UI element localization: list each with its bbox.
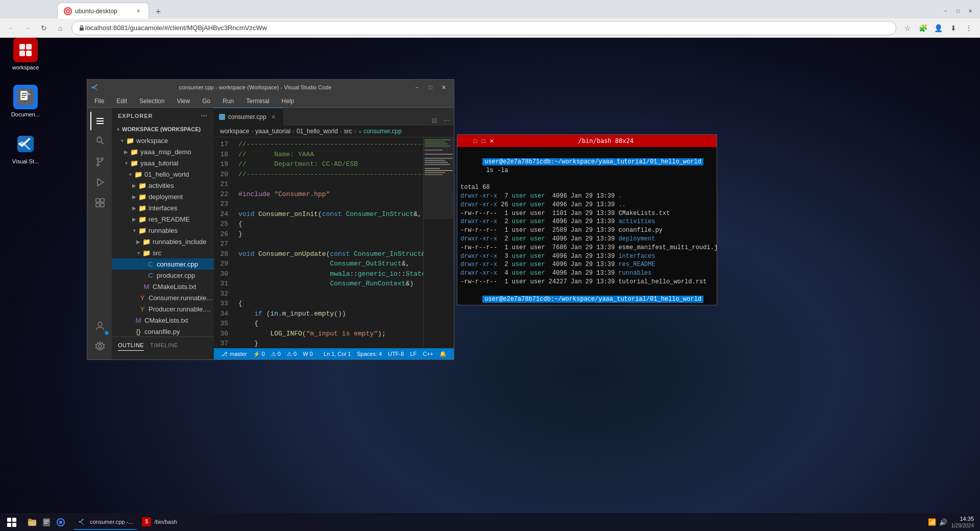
tab-close-button[interactable]: ✕ — [134, 7, 142, 15]
menu-selection[interactable]: Selection — [136, 96, 167, 106]
explorer-header-actions[interactable]: ⋯ — [201, 112, 208, 119]
tree-yaaa-tutorial[interactable]: ▾ 📁 yaaa_tutorial — [112, 157, 214, 168]
terminal-window-controls[interactable]: □ □ ✕ — [472, 137, 495, 144]
tree-producer-cpp[interactable]: ▶ C producer.cpp — [112, 270, 214, 281]
menu-go[interactable]: Go — [199, 96, 213, 106]
menu-edit[interactable]: Edit — [113, 96, 130, 106]
timeline-tab[interactable]: TIMELINE — [150, 340, 178, 350]
status-git-branch[interactable]: ⎇ master — [218, 348, 250, 359]
new-tab-button[interactable]: + — [151, 5, 165, 19]
menu-terminal[interactable]: Terminal — [243, 96, 272, 106]
desktop-icon-documents[interactable]: Documen... — [9, 83, 42, 119]
tree-consumer-cpp[interactable]: ▶ C consumer.cpp — [112, 258, 214, 270]
tree-cmake-tutorial[interactable]: ▶ M CMakeLists.txt — [112, 315, 214, 326]
tree-producer-yaml[interactable]: ▶ Y Producer.runnable.yaml — [112, 303, 214, 315]
address-bar-container[interactable] — [71, 21, 896, 35]
tree-conanfile[interactable]: ▶ {} conanfile.py — [112, 326, 214, 336]
status-encoding[interactable]: UTF-8 — [385, 351, 407, 357]
taskbar-clock[interactable]: 14:35 1/29/2024 — [951, 515, 974, 529]
code-line-35: { — [238, 319, 419, 329]
split-editor-button[interactable]: ⊡ — [429, 115, 439, 126]
activity-settings[interactable] — [90, 337, 109, 355]
activity-extensions[interactable] — [90, 194, 109, 212]
more-actions-button[interactable]: ⋯ — [442, 115, 452, 126]
activity-explorer[interactable] — [90, 112, 109, 130]
breadcrumb-workspace[interactable]: workspace — [220, 128, 249, 135]
terminal-maximize[interactable]: □ — [480, 137, 487, 144]
status-spaces[interactable]: Spaces: 4 — [354, 351, 385, 357]
status-info[interactable]: ⚠ 0 — [284, 348, 300, 359]
svg-rect-1 — [19, 44, 25, 50]
desktop-icon-vscode[interactable]: Visual St... — [10, 130, 41, 166]
browser-tab[interactable]: ubuntu-desktop ✕ — [57, 3, 149, 19]
profile-button[interactable]: 👤 — [931, 21, 945, 35]
maximize-button[interactable]: □ — [952, 5, 964, 16]
activity-accounts[interactable]: ! — [90, 317, 109, 335]
taskbar-network-icon[interactable]: 📶 — [928, 518, 936, 526]
tree-cmake-runnables[interactable]: ▶ M CMakeLists.txt — [112, 281, 214, 292]
downloads-button[interactable]: ⬇ — [946, 21, 961, 35]
taskbar-volume-icon[interactable]: 🔊 — [939, 518, 947, 526]
vscode-close[interactable]: ✕ — [437, 83, 450, 92]
taskbar-text-editor[interactable] — [40, 516, 53, 529]
taskbar-terminal-item[interactable]: $ /bin/bash — [138, 515, 181, 530]
home-button[interactable]: ⌂ — [53, 21, 67, 35]
tree-runnables-include[interactable]: ▶ 📁 runnables_include — [112, 236, 214, 247]
breadcrumb-src[interactable]: src — [344, 128, 352, 135]
more-button[interactable]: ⋮ — [962, 21, 976, 35]
status-language[interactable]: C++ — [420, 351, 436, 357]
status-ln-col[interactable]: Ln 1, Col 1 — [321, 351, 354, 357]
vscode-window-controls[interactable]: − □ ✕ — [411, 83, 450, 92]
tree-interfaces[interactable]: ▶ 📁 interfaces — [112, 202, 214, 213]
status-eol[interactable]: LF — [407, 351, 420, 357]
editor-tab-label: consumer.cpp — [228, 113, 266, 120]
tree-01-hello-world[interactable]: ▾ 📁 01_hello_world — [112, 168, 214, 180]
taskbar-file-manager[interactable] — [26, 516, 39, 529]
tree-workspace[interactable]: ▾ 📁 workspace — [112, 135, 214, 146]
breadcrumb-yaaa-tutorial[interactable]: yaaa_tutorial — [255, 128, 290, 135]
tree-runnables[interactable]: ▾ 📁 runnables — [112, 225, 214, 236]
menu-help[interactable]: Help — [279, 96, 298, 106]
menu-file[interactable]: File — [91, 96, 107, 106]
status-errors[interactable]: ⚡ 0 — [250, 348, 268, 359]
tree-deployment[interactable]: ▶ 📁 deployment — [112, 191, 214, 202]
minimize-button[interactable]: − — [940, 5, 951, 16]
breadcrumb-consumer-cpp[interactable]: ⬦ consumer.cpp — [358, 128, 402, 135]
tree-activities[interactable]: ▶ 📁 activities — [112, 180, 214, 191]
tree-consumer-yaml[interactable]: ▶ Y Consumer.runnable.yaml — [112, 292, 214, 303]
tree-workspace-root[interactable]: ▾ WORKSPACE (WORKSPACE) — [112, 124, 214, 135]
vscode-window: consumer.cpp - workspace (Workspace) - V… — [87, 79, 454, 360]
desktop-icon-workspace[interactable]: workspace — [10, 36, 41, 73]
taskbar-browser[interactable] — [54, 516, 67, 529]
tree-res-readme[interactable]: ▶ 📁 res_README — [112, 213, 214, 225]
editor-tab-close[interactable]: ✕ — [270, 113, 278, 121]
breadcrumb-01-hello-world[interactable]: 01_hello_world — [297, 128, 338, 135]
vscode-maximize[interactable]: □ — [424, 83, 436, 92]
terminal-content[interactable]: user@e2e7a78b71cdb:~/workspace/yaaa_tuto… — [457, 147, 717, 305]
menu-view[interactable]: View — [174, 96, 193, 106]
outline-tab[interactable]: OUTLINE — [118, 340, 144, 351]
terminal-close[interactable]: ✕ — [488, 137, 495, 144]
svg-rect-2 — [26, 44, 32, 50]
terminal-window: □ □ ✕ /bin/bash 80x24 user@e2e7a78b71cdb… — [457, 134, 717, 305]
bookmarks-button[interactable]: ☆ — [900, 21, 915, 35]
extensions-button[interactable]: 🧩 — [916, 21, 930, 35]
activity-git[interactable] — [90, 153, 109, 171]
status-warnings[interactable]: ⚠ 0 — [268, 348, 284, 359]
editor-tab-consumer-cpp[interactable]: consumer.cpp ✕ — [214, 108, 283, 126]
status-bell[interactable]: 🔔 — [436, 351, 450, 357]
window-action-controls[interactable]: − □ ✕ — [940, 5, 976, 16]
activity-debug[interactable] — [90, 173, 109, 191]
address-input[interactable] — [85, 24, 890, 32]
activity-search[interactable] — [90, 132, 109, 151]
menu-run[interactable]: Run — [219, 96, 237, 106]
close-button[interactable]: ✕ — [965, 5, 976, 16]
taskbar-start-button[interactable] — [4, 515, 19, 530]
code-content[interactable]: //--------------------------------------… — [234, 137, 423, 348]
tree-src[interactable]: ▾ 📁 src — [112, 247, 214, 258]
tree-yaaa-msp-demo[interactable]: ▶ 📁 yaaa_msp_demo — [112, 146, 214, 157]
taskbar-vscode-item[interactable]: consumer.cpp -... — [74, 515, 137, 530]
vscode-minimize[interactable]: − — [411, 83, 423, 92]
status-workspace[interactable]: W 0 — [300, 348, 316, 359]
terminal-minimize[interactable]: □ — [472, 137, 479, 144]
